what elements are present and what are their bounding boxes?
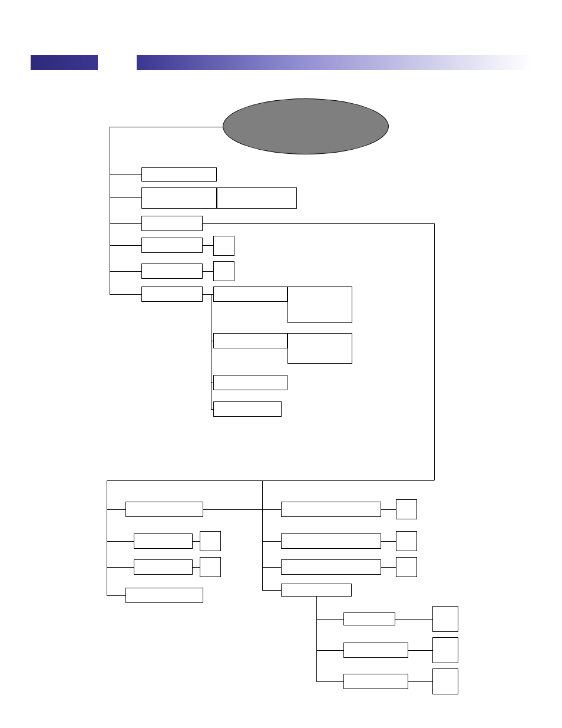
connector (395, 619, 432, 620)
connector (107, 541, 134, 542)
connector (203, 509, 262, 510)
node-A1 (141, 167, 217, 182)
connector (381, 541, 396, 542)
node-A6a (213, 286, 287, 302)
node-B2 (134, 533, 193, 549)
connector (110, 245, 141, 246)
node-C4b-detail (432, 637, 458, 663)
node-A5 (141, 263, 203, 279)
connector (193, 541, 200, 542)
node-A2 (141, 187, 217, 209)
node-C2 (281, 533, 381, 549)
connector (110, 174, 141, 175)
header-bar-left (31, 55, 98, 70)
node-A6c (213, 375, 287, 390)
connector (110, 197, 141, 198)
node-C4c-detail (432, 668, 458, 694)
connector (316, 619, 343, 620)
connector (107, 595, 125, 596)
node-B2a (200, 531, 221, 551)
node-B3a (200, 557, 221, 577)
node-A6b-detail (287, 333, 352, 364)
node-B1 (125, 502, 203, 517)
connector (110, 127, 110, 294)
connector (434, 223, 435, 480)
node-A6a-detail (287, 286, 352, 323)
node-A6b (213, 333, 287, 348)
node-C1 (281, 502, 381, 517)
header-bar-right (137, 55, 531, 70)
node-A6d (213, 401, 282, 417)
node-B3 (134, 559, 193, 575)
connector (211, 294, 211, 409)
connector (203, 223, 434, 224)
node-C4a-detail (432, 606, 458, 632)
node-A6 (141, 286, 203, 302)
node-C3 (281, 559, 381, 575)
node-A4 (141, 238, 203, 253)
connector (107, 567, 134, 568)
connector (110, 127, 223, 127)
connector (193, 567, 200, 568)
node-C4b (343, 643, 408, 658)
connector (110, 223, 141, 224)
node-C1a (396, 499, 417, 519)
node-C4c (343, 674, 408, 689)
connector (316, 650, 343, 651)
node-A5a (213, 261, 234, 281)
connector (203, 294, 211, 295)
node-A4a (213, 236, 234, 256)
connector (262, 567, 281, 568)
connector (262, 590, 281, 591)
connector (408, 681, 432, 682)
connector (203, 245, 213, 246)
connector (107, 480, 434, 481)
node-C4a (343, 612, 395, 625)
node-A3 (141, 216, 203, 231)
connector (110, 271, 141, 272)
connector (262, 480, 263, 590)
connector (203, 271, 213, 272)
connector (381, 509, 396, 510)
connector (107, 480, 107, 595)
node-B4 (125, 588, 203, 603)
connector (316, 597, 317, 681)
connector (408, 650, 432, 651)
connector (262, 509, 281, 510)
connector (110, 294, 141, 295)
connector (107, 509, 125, 510)
node-A2a (217, 187, 297, 209)
connector (381, 567, 396, 568)
connector (316, 681, 343, 682)
node-C2a (396, 531, 417, 551)
root-node (223, 98, 389, 154)
node-C3a (396, 557, 417, 577)
node-C4 (281, 584, 352, 597)
connector (262, 541, 281, 542)
